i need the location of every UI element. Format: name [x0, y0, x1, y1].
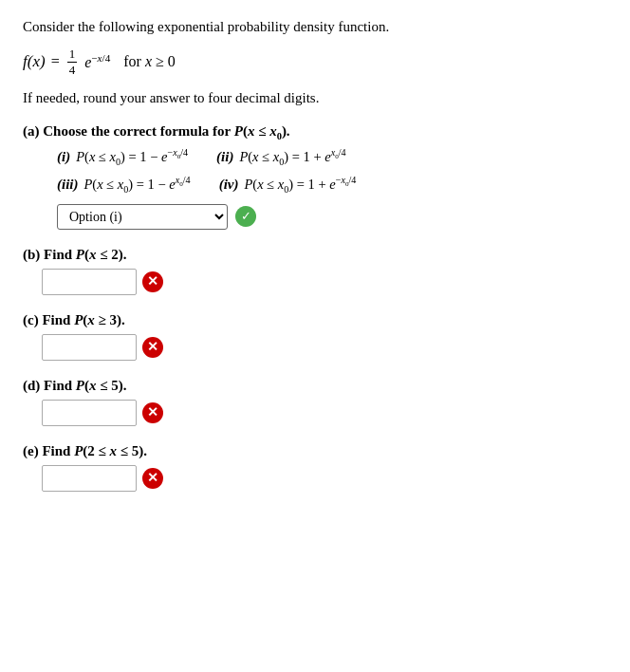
part-e-label: (e) Find P(2 ≤ x ≤ 5).: [23, 443, 607, 459]
option-dropdown[interactable]: Option (i) Option (ii) Option (iii) Opti…: [57, 204, 228, 230]
options-grid: (i) P(x ≤ x0) = 1 − e−x0/4 (ii) P(x ≤ x0…: [57, 147, 607, 194]
option-iv: (iv) P(x ≤ x0) = 1 + e−x0/4: [219, 175, 357, 195]
part-a: (a) Choose the correct formula for P(x ≤…: [23, 123, 607, 229]
part-c-error-icon: ✕: [142, 337, 163, 358]
part-d-input-row: ✕: [42, 400, 607, 426]
formula-domain: for x ≥ 0: [116, 53, 176, 70]
options-row-2: (iii) P(x ≤ x0) = 1 − ex0/4 (iv) P(x ≤ x…: [57, 175, 607, 195]
correct-icon: ✓: [235, 206, 256, 227]
formula-fx: f(x): [23, 52, 46, 71]
part-a-label: (a) Choose the correct formula for P(x ≤…: [23, 123, 607, 141]
part-b-input-row: ✕: [42, 269, 607, 295]
option-ii: (ii) P(x ≤ x0) = 1 + ex0/4: [216, 147, 346, 167]
part-e-input[interactable]: [42, 465, 137, 492]
formula-fraction: 1 4: [67, 47, 78, 77]
formula-display: f(x) = 1 4 e−x/4 for x ≥ 0: [23, 47, 607, 77]
intro-text: Consider the following exponential proba…: [23, 19, 607, 35]
part-d-input[interactable]: [42, 400, 137, 426]
part-b-input[interactable]: [42, 269, 137, 295]
dropdown-row: Option (i) Option (ii) Option (iii) Opti…: [57, 204, 607, 230]
part-c-label: (c) Find P(x ≥ 3).: [23, 312, 607, 328]
round-note: If needed, round your answer to four dec…: [23, 90, 607, 106]
part-d-label: (d) Find P(x ≤ 5).: [23, 378, 607, 394]
part-d-error-icon: ✕: [142, 402, 163, 423]
part-b-label: (b) Find P(x ≤ 2).: [23, 247, 607, 263]
option-iii: (iii) P(x ≤ x0) = 1 − ex0/4: [57, 175, 191, 195]
options-row-1: (i) P(x ≤ x0) = 1 − e−x0/4 (ii) P(x ≤ x0…: [57, 147, 607, 167]
part-b: (b) Find P(x ≤ 2). ✕: [23, 247, 607, 295]
part-c-input-row: ✕: [42, 334, 607, 361]
part-b-error-icon: ✕: [142, 271, 163, 292]
part-c: (c) Find P(x ≥ 3). ✕: [23, 312, 607, 361]
part-e: (e) Find P(2 ≤ x ≤ 5). ✕: [23, 443, 607, 492]
option-i: (i) P(x ≤ x0) = 1 − e−x0/4: [57, 147, 188, 167]
part-e-error-icon: ✕: [142, 468, 163, 489]
part-e-input-row: ✕: [42, 465, 607, 492]
part-d: (d) Find P(x ≤ 5). ✕: [23, 378, 607, 426]
part-c-input[interactable]: [42, 334, 137, 361]
